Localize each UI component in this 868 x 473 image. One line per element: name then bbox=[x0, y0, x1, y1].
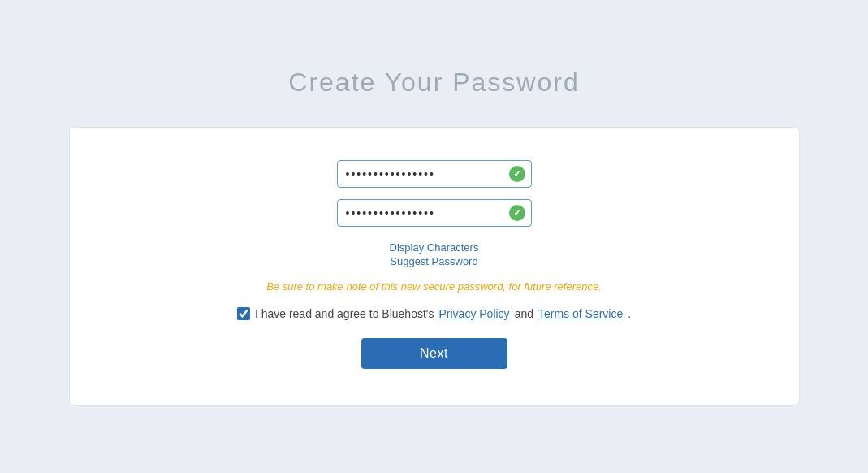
confirm-password-input[interactable] bbox=[337, 199, 532, 227]
agree-text-before: I have read and agree to Bluehost's bbox=[255, 307, 434, 320]
display-characters-link[interactable]: Display Characters bbox=[390, 241, 479, 254]
next-button[interactable]: Next bbox=[361, 338, 507, 369]
agree-period: . bbox=[628, 307, 631, 320]
privacy-policy-link[interactable]: Privacy Policy bbox=[438, 307, 509, 320]
password-input[interactable] bbox=[337, 160, 532, 188]
password-input-row bbox=[337, 160, 532, 188]
password-links: Display Characters Suggest Password bbox=[390, 241, 479, 267]
tos-link[interactable]: Terms of Service bbox=[538, 307, 623, 320]
password-card: Display Characters Suggest Password Be s… bbox=[69, 127, 800, 406]
page-title: Create Your Password bbox=[288, 67, 579, 98]
suggest-password-link[interactable]: Suggest Password bbox=[390, 255, 477, 267]
agree-row: I have read and agree to Bluehost's Priv… bbox=[237, 307, 631, 320]
agree-and: and bbox=[515, 307, 533, 320]
confirm-password-input-row bbox=[337, 199, 532, 227]
confirm-valid-icon bbox=[509, 205, 525, 221]
password-valid-icon bbox=[509, 166, 525, 182]
warning-text: Be sure to make note of this new secure … bbox=[266, 280, 602, 293]
agree-checkbox[interactable] bbox=[237, 307, 250, 320]
